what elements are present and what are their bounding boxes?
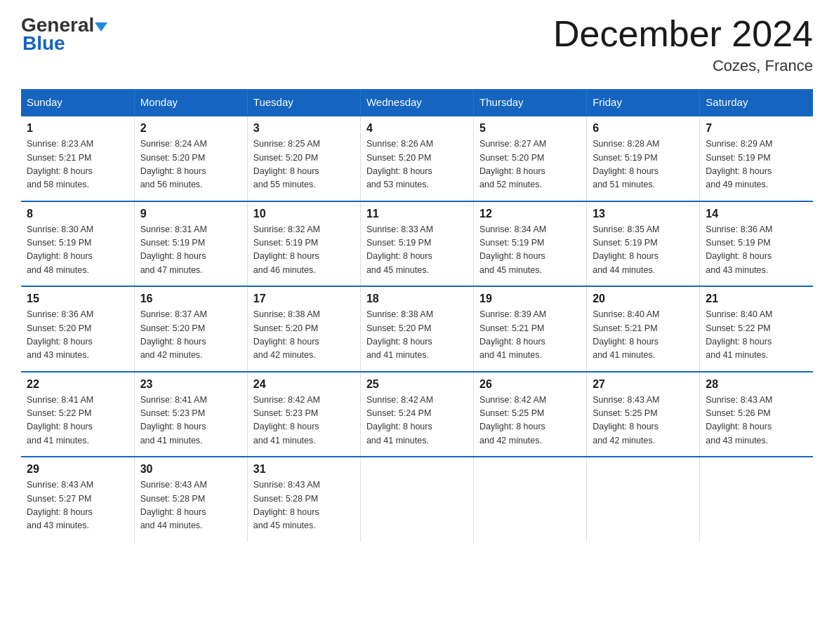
day-info: Sunrise: 8:42 AMSunset: 5:25 PMDaylight:… (479, 394, 581, 448)
week-row-3: 15Sunrise: 8:36 AMSunset: 5:20 PMDayligh… (21, 286, 813, 372)
day-cell-31: 31Sunrise: 8:43 AMSunset: 5:28 PMDayligh… (247, 457, 360, 542)
calendar-table: SundayMondayTuesdayWednesdayThursdayFrid… (21, 89, 813, 542)
logo-triangle-icon (95, 22, 107, 32)
day-cell-7: 7Sunrise: 8:29 AMSunset: 5:19 PMDaylight… (700, 116, 813, 201)
day-number: 2 (140, 122, 241, 135)
day-info: Sunrise: 8:43 AMSunset: 5:25 PMDaylight:… (593, 394, 694, 448)
day-info: Sunrise: 8:42 AMSunset: 5:23 PMDaylight:… (253, 394, 355, 448)
day-cell-23: 23Sunrise: 8:41 AMSunset: 5:23 PMDayligh… (134, 372, 247, 457)
day-cell-5: 5Sunrise: 8:27 AMSunset: 5:20 PMDaylight… (474, 116, 587, 201)
day-info: Sunrise: 8:38 AMSunset: 5:20 PMDaylight:… (366, 308, 468, 363)
day-info: Sunrise: 8:32 AMSunset: 5:19 PMDaylight:… (253, 223, 355, 278)
day-cell-16: 16Sunrise: 8:37 AMSunset: 5:20 PMDayligh… (134, 286, 247, 372)
day-number: 3 (253, 122, 355, 135)
day-info: Sunrise: 8:34 AMSunset: 5:19 PMDaylight:… (479, 223, 581, 278)
day-info: Sunrise: 8:31 AMSunset: 5:19 PMDaylight:… (140, 223, 241, 278)
day-number: 10 (253, 208, 355, 220)
weekday-header-friday: Friday (587, 89, 700, 116)
day-number: 19 (479, 293, 581, 305)
day-cell-3: 3Sunrise: 8:25 AMSunset: 5:20 PMDaylight… (247, 116, 360, 201)
day-number: 11 (366, 208, 468, 220)
day-number: 27 (593, 378, 694, 391)
day-number: 1 (27, 122, 128, 135)
day-number: 5 (479, 122, 581, 135)
day-number: 29 (27, 463, 128, 476)
day-info: Sunrise: 8:26 AMSunset: 5:20 PMDaylight:… (366, 137, 468, 192)
day-info: Sunrise: 8:41 AMSunset: 5:22 PMDaylight:… (27, 394, 128, 448)
weekday-header-monday: Monday (134, 89, 247, 116)
day-number: 9 (140, 208, 241, 220)
day-cell-26: 26Sunrise: 8:42 AMSunset: 5:25 PMDayligh… (474, 372, 587, 457)
day-info: Sunrise: 8:40 AMSunset: 5:22 PMDaylight:… (706, 308, 807, 363)
day-number: 7 (706, 122, 807, 135)
day-info: Sunrise: 8:43 AMSunset: 5:28 PMDaylight:… (253, 478, 355, 533)
title-block: December 2024 Cozes, France (553, 14, 813, 75)
day-number: 12 (479, 208, 581, 220)
weekday-header-sunday: Sunday (21, 89, 134, 116)
day-info: Sunrise: 8:37 AMSunset: 5:20 PMDaylight:… (140, 308, 241, 363)
weekday-header-thursday: Thursday (474, 89, 587, 116)
week-row-1: 1Sunrise: 8:23 AMSunset: 5:21 PMDaylight… (21, 116, 813, 201)
day-number: 8 (27, 208, 128, 220)
day-info: Sunrise: 8:35 AMSunset: 5:19 PMDaylight:… (593, 223, 694, 278)
day-info: Sunrise: 8:36 AMSunset: 5:19 PMDaylight:… (706, 223, 807, 278)
day-info: Sunrise: 8:30 AMSunset: 5:19 PMDaylight:… (27, 223, 128, 278)
day-cell-22: 22Sunrise: 8:41 AMSunset: 5:22 PMDayligh… (21, 372, 134, 457)
day-cell-20: 20Sunrise: 8:40 AMSunset: 5:21 PMDayligh… (587, 286, 700, 372)
day-info: Sunrise: 8:25 AMSunset: 5:20 PMDaylight:… (253, 137, 355, 192)
weekday-header-row: SundayMondayTuesdayWednesdayThursdayFrid… (21, 89, 813, 116)
day-cell-25: 25Sunrise: 8:42 AMSunset: 5:24 PMDayligh… (360, 372, 473, 457)
day-number: 26 (479, 378, 581, 391)
day-cell-4: 4Sunrise: 8:26 AMSunset: 5:20 PMDaylight… (360, 116, 473, 201)
week-row-4: 22Sunrise: 8:41 AMSunset: 5:22 PMDayligh… (21, 372, 813, 457)
day-cell-6: 6Sunrise: 8:28 AMSunset: 5:19 PMDaylight… (587, 116, 700, 201)
day-info: Sunrise: 8:33 AMSunset: 5:19 PMDaylight:… (366, 223, 468, 278)
day-info: Sunrise: 8:43 AMSunset: 5:27 PMDaylight:… (27, 478, 128, 533)
weekday-header-saturday: Saturday (700, 89, 813, 116)
day-number: 21 (706, 293, 807, 305)
day-info: Sunrise: 8:27 AMSunset: 5:20 PMDaylight:… (479, 137, 581, 192)
day-cell-9: 9Sunrise: 8:31 AMSunset: 5:19 PMDaylight… (134, 201, 247, 287)
day-cell-21: 21Sunrise: 8:40 AMSunset: 5:22 PMDayligh… (700, 286, 813, 372)
day-cell-15: 15Sunrise: 8:36 AMSunset: 5:20 PMDayligh… (21, 286, 134, 372)
empty-cell (360, 457, 473, 542)
day-cell-2: 2Sunrise: 8:24 AMSunset: 5:20 PMDaylight… (134, 116, 247, 201)
day-number: 20 (593, 293, 694, 305)
day-number: 14 (706, 208, 807, 220)
day-info: Sunrise: 8:41 AMSunset: 5:23 PMDaylight:… (140, 394, 241, 448)
day-cell-11: 11Sunrise: 8:33 AMSunset: 5:19 PMDayligh… (360, 201, 473, 287)
day-cell-29: 29Sunrise: 8:43 AMSunset: 5:27 PMDayligh… (21, 457, 134, 542)
weekday-header-tuesday: Tuesday (247, 89, 360, 116)
day-number: 24 (253, 378, 355, 391)
day-number: 31 (253, 463, 355, 476)
day-number: 30 (140, 463, 241, 476)
day-cell-8: 8Sunrise: 8:30 AMSunset: 5:19 PMDaylight… (21, 201, 134, 287)
day-number: 6 (593, 122, 694, 135)
day-info: Sunrise: 8:24 AMSunset: 5:20 PMDaylight:… (140, 137, 241, 192)
empty-cell (587, 457, 700, 542)
day-number: 22 (27, 378, 128, 391)
day-cell-18: 18Sunrise: 8:38 AMSunset: 5:20 PMDayligh… (360, 286, 473, 372)
day-number: 15 (27, 293, 128, 305)
day-info: Sunrise: 8:23 AMSunset: 5:21 PMDaylight:… (27, 137, 128, 192)
day-info: Sunrise: 8:38 AMSunset: 5:20 PMDaylight:… (253, 308, 355, 363)
day-info: Sunrise: 8:28 AMSunset: 5:19 PMDaylight:… (593, 137, 694, 192)
day-cell-28: 28Sunrise: 8:43 AMSunset: 5:26 PMDayligh… (700, 372, 813, 457)
day-cell-12: 12Sunrise: 8:34 AMSunset: 5:19 PMDayligh… (474, 201, 587, 287)
day-info: Sunrise: 8:36 AMSunset: 5:20 PMDaylight:… (27, 308, 128, 363)
empty-cell (700, 457, 813, 542)
day-number: 18 (366, 293, 468, 305)
day-cell-17: 17Sunrise: 8:38 AMSunset: 5:20 PMDayligh… (247, 286, 360, 372)
day-number: 16 (140, 293, 241, 305)
day-cell-1: 1Sunrise: 8:23 AMSunset: 5:21 PMDaylight… (21, 116, 134, 201)
logo-blue-text: Blue (21, 32, 65, 55)
day-info: Sunrise: 8:29 AMSunset: 5:19 PMDaylight:… (706, 137, 807, 192)
day-cell-14: 14Sunrise: 8:36 AMSunset: 5:19 PMDayligh… (700, 201, 813, 287)
day-cell-10: 10Sunrise: 8:32 AMSunset: 5:19 PMDayligh… (247, 201, 360, 287)
day-info: Sunrise: 8:42 AMSunset: 5:24 PMDaylight:… (366, 394, 468, 448)
day-cell-19: 19Sunrise: 8:39 AMSunset: 5:21 PMDayligh… (474, 286, 587, 372)
day-number: 4 (366, 122, 468, 135)
week-row-2: 8Sunrise: 8:30 AMSunset: 5:19 PMDaylight… (21, 201, 813, 287)
day-cell-24: 24Sunrise: 8:42 AMSunset: 5:23 PMDayligh… (247, 372, 360, 457)
page-header: General Blue December 2024 Cozes, France (21, 14, 813, 75)
